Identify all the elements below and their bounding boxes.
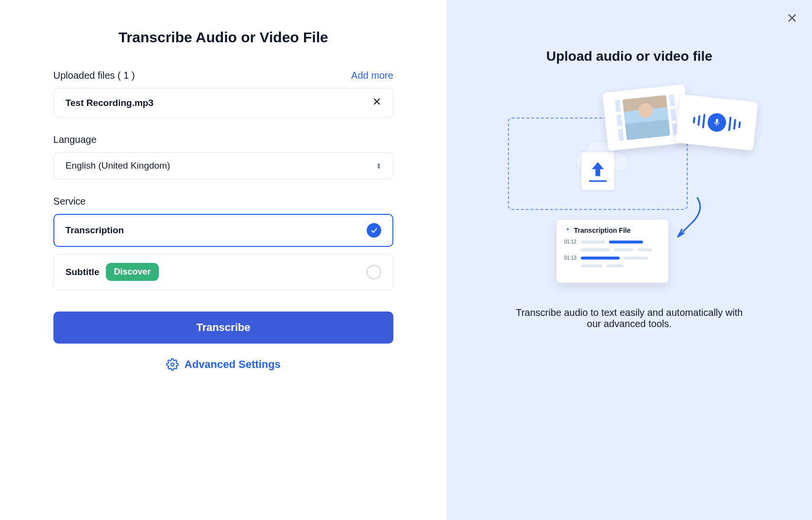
gear-icon xyxy=(166,358,179,371)
radio-checked-icon xyxy=(367,223,381,238)
language-select[interactable]: English (United Kingdom) ▲▼ xyxy=(53,152,393,179)
info-title: Upload audio or video file xyxy=(546,49,712,64)
page-title: Transcribe Audio or Video File xyxy=(53,29,393,46)
radio-unchecked-icon xyxy=(367,265,381,279)
advanced-settings-label: Advanced Settings xyxy=(185,358,281,371)
language-value: English (United Kingdom) xyxy=(66,160,170,171)
microphone-icon xyxy=(707,112,727,133)
service-option-subtitle[interactable]: Subtitle Discover xyxy=(53,254,393,290)
arrow-icon xyxy=(673,195,707,244)
form-panel: Transcribe Audio or Video File Uploaded … xyxy=(0,0,447,520)
transcription-file-label: Transcription File xyxy=(574,226,631,234)
select-arrows-icon: ▲▼ xyxy=(376,162,381,169)
service-option-transcription-label: Transcription xyxy=(66,225,124,236)
transcribe-button[interactable]: Transcribe xyxy=(53,312,393,344)
upload-illustration: Transcription File 01:12 01:13 xyxy=(508,84,751,288)
timestamp-2: 01:13 xyxy=(564,255,577,260)
close-icon xyxy=(787,13,797,23)
svg-point-2 xyxy=(171,363,174,366)
transcription-file-graphic: Transcription File 01:12 01:13 xyxy=(557,220,668,283)
language-label: Language xyxy=(53,134,393,145)
info-description: Transcribe audio to text easily and auto… xyxy=(508,307,751,329)
upload-icon-card xyxy=(581,152,615,191)
uploaded-files-label: Uploaded files ( 1 ) xyxy=(53,70,135,81)
add-more-link[interactable]: Add more xyxy=(351,70,393,81)
remove-file-button[interactable] xyxy=(372,97,381,108)
close-button[interactable] xyxy=(787,13,797,25)
timestamp-1: 01:12 xyxy=(564,239,577,244)
uploaded-file-chip: Test Recording.mp3 xyxy=(53,88,393,118)
service-option-transcription[interactable]: Transcription xyxy=(53,214,393,247)
upload-arrow-icon xyxy=(591,161,605,177)
advanced-settings-button[interactable]: Advanced Settings xyxy=(53,358,393,371)
sparkle-icon xyxy=(564,227,571,234)
close-icon xyxy=(372,97,381,106)
discover-badge: Discover xyxy=(106,263,158,281)
audio-card-graphic xyxy=(676,94,758,151)
uploaded-file-name: Test Recording.mp3 xyxy=(66,98,153,108)
info-panel: Upload audio or video file xyxy=(447,0,812,520)
service-label: Service xyxy=(53,196,393,207)
service-option-subtitle-label: Subtitle xyxy=(66,267,100,277)
